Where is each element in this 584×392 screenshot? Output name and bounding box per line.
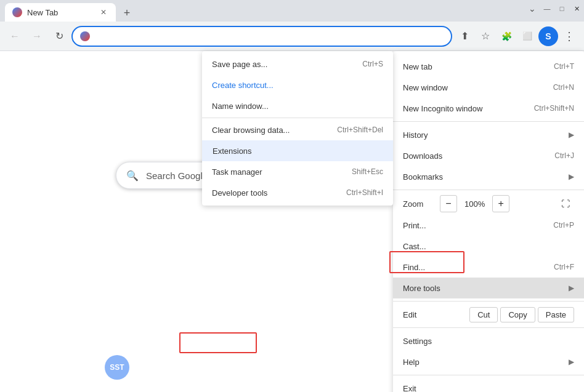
zoom-fullscreen-button[interactable]: ⛶	[557, 195, 574, 212]
submenu-item-clear-browsing[interactable]: Clear browsing data... Ctrl+Shift+Del	[202, 119, 393, 140]
menu-item-exit[interactable]: Exit	[393, 378, 584, 392]
menu-section-settings: Settings Help ▶	[393, 328, 584, 375]
zoom-controls: − 100% +	[440, 195, 557, 212]
back-button[interactable]: ←	[5, 26, 25, 46]
submenu-item-save-page[interactable]: Save page as... Ctrl+S	[202, 54, 393, 74]
tab-favicon	[12, 7, 22, 17]
new-window-label: New window	[403, 83, 543, 92]
menu-item-new-window[interactable]: New window Ctrl+N	[393, 77, 584, 98]
tab-label: New Tab	[27, 8, 58, 17]
submenu-save-page-shortcut: Ctrl+S	[362, 60, 383, 68]
downloads-label: Downloads	[403, 151, 545, 161]
print-shortcut: Ctrl+P	[553, 221, 574, 230]
submenu-task-manager-label: Task manager	[212, 167, 342, 177]
help-label: Help	[403, 358, 564, 367]
menu-item-find[interactable]: Find... Ctrl+F	[393, 257, 584, 278]
find-shortcut: Ctrl+F	[554, 263, 574, 271]
new-tab-shortcut: Ctrl+T	[554, 62, 574, 71]
more-tools-submenu: Save page as... Ctrl+S Create shortcut..…	[202, 51, 393, 206]
paste-button[interactable]: Paste	[538, 307, 574, 322]
window-minimize[interactable]: —	[540, 1, 554, 16]
exit-label: Exit	[403, 384, 574, 393]
submenu-developer-tools-shortcut: Ctrl+Shift+I	[346, 188, 383, 197]
chrome-main-menu: New tab Ctrl+T New window Ctrl+N New Inc…	[393, 51, 584, 392]
submenu-create-shortcut-label: Create shortcut...	[212, 81, 383, 90]
menu-item-cast[interactable]: Cast...	[393, 236, 584, 257]
menu-section-history: History ▶ Downloads Ctrl+J Bookmarks ▶	[393, 122, 584, 190]
edit-label: Edit	[403, 310, 440, 319]
menu-item-help[interactable]: Help ▶	[393, 351, 584, 372]
tab-bar: New Tab ✕ +	[5, 0, 579, 22]
menu-item-settings[interactable]: Settings	[393, 330, 584, 351]
toolbar-actions: ⬆ ☆ 🧩 ⬜ S ⋮	[455, 26, 579, 46]
menu-item-history[interactable]: History ▶	[393, 124, 584, 145]
new-incognito-label: New Incognito window	[403, 104, 524, 113]
page-avatar: SST	[105, 355, 129, 380]
history-label: History	[403, 130, 564, 140]
omnibox[interactable]	[71, 26, 452, 47]
bookmarks-label: Bookmarks	[403, 172, 564, 182]
help-arrow: ▶	[569, 358, 574, 366]
zoom-minus-button[interactable]: −	[440, 195, 457, 212]
zoom-label: Zoom	[403, 199, 440, 209]
url-input[interactable]	[95, 31, 444, 41]
menu-item-new-tab[interactable]: New tab Ctrl+T	[393, 56, 584, 77]
new-tab-label: New tab	[403, 62, 544, 71]
submenu-clear-browsing-shortcut: Ctrl+Shift+Del	[337, 126, 383, 134]
search-icon: 🔍	[126, 170, 139, 182]
window-chevron[interactable]: ⌄	[525, 1, 540, 16]
menu-item-new-incognito[interactable]: New Incognito window Ctrl+Shift+N	[393, 98, 584, 119]
submenu-item-developer-tools[interactable]: Developer tools Ctrl+Shift+I	[202, 182, 393, 203]
toolbar: ← → ↻ ⬆ ☆ 🧩 ⬜ S ⋮	[0, 22, 584, 51]
omnibox-favicon	[80, 31, 90, 41]
window-chrome: ⌄ — □ ✕ New Tab ✕ +	[0, 0, 584, 22]
print-label: Print...	[403, 221, 543, 230]
menu-section-edit: Edit Cut Copy Paste	[393, 302, 584, 328]
more-tools-label: More tools	[403, 284, 564, 293]
settings-label: Settings	[403, 337, 574, 346]
forward-button[interactable]: →	[27, 26, 47, 46]
chrome-menu-button[interactable]: ⋮	[559, 26, 579, 46]
zoom-value: 100%	[457, 199, 492, 209]
downloads-shortcut: Ctrl+J	[554, 151, 574, 160]
submenu-developer-tools-label: Developer tools	[212, 188, 336, 198]
submenu-name-window-label: Name window...	[212, 102, 383, 111]
share-button[interactable]: ⬆	[455, 26, 474, 46]
split-view-button[interactable]: ⬜	[517, 26, 537, 46]
menu-item-bookmarks[interactable]: Bookmarks ▶	[393, 166, 584, 187]
new-tab-button[interactable]: +	[118, 4, 136, 22]
bookmarks-arrow: ▶	[569, 172, 574, 181]
history-arrow: ▶	[569, 130, 574, 139]
menu-item-print[interactable]: Print... Ctrl+P	[393, 215, 584, 236]
window-close[interactable]: ✕	[569, 1, 584, 16]
zoom-row: Zoom − 100% + ⛶	[393, 193, 584, 215]
menu-item-more-tools[interactable]: More tools ▶	[393, 278, 584, 298]
reload-button[interactable]: ↻	[49, 26, 69, 46]
submenu-item-extensions[interactable]: Extensions	[202, 140, 393, 161]
menu-section-exit: Exit	[393, 375, 584, 392]
submenu-item-name-window[interactable]: Name window...	[202, 95, 393, 116]
submenu-item-create-shortcut[interactable]: Create shortcut...	[202, 74, 393, 95]
cut-button[interactable]: Cut	[469, 307, 498, 322]
active-tab[interactable]: New Tab ✕	[5, 3, 116, 22]
submenu-extensions-label: Extensions	[213, 146, 383, 156]
zoom-plus-button[interactable]: +	[492, 195, 509, 212]
find-label: Find...	[403, 263, 544, 272]
extensions-button[interactable]: 🧩	[497, 26, 516, 46]
menu-section-new: New tab Ctrl+T New window Ctrl+N New Inc…	[393, 54, 584, 122]
submenu-item-task-manager[interactable]: Task manager Shift+Esc	[202, 161, 393, 182]
profile-button[interactable]: S	[538, 26, 558, 46]
window-maximize[interactable]: □	[554, 1, 569, 16]
edit-buttons: Cut Copy Paste	[440, 307, 574, 322]
submenu-clear-browsing-label: Clear browsing data...	[212, 126, 327, 135]
edit-row: Edit Cut Copy Paste	[393, 304, 584, 325]
submenu-task-manager-shortcut: Shift+Esc	[352, 167, 383, 176]
menu-section-tools: Zoom − 100% + ⛶ Print... Ctrl+P Cast... …	[393, 190, 584, 302]
bookmark-button[interactable]: ☆	[476, 26, 495, 46]
new-incognito-shortcut: Ctrl+Shift+N	[534, 104, 574, 113]
submenu-save-page-label: Save page as...	[212, 60, 352, 69]
cast-label: Cast...	[403, 242, 574, 251]
copy-button[interactable]: Copy	[500, 307, 535, 322]
menu-item-downloads[interactable]: Downloads Ctrl+J	[393, 145, 584, 166]
tab-close-button[interactable]: ✕	[99, 7, 108, 17]
